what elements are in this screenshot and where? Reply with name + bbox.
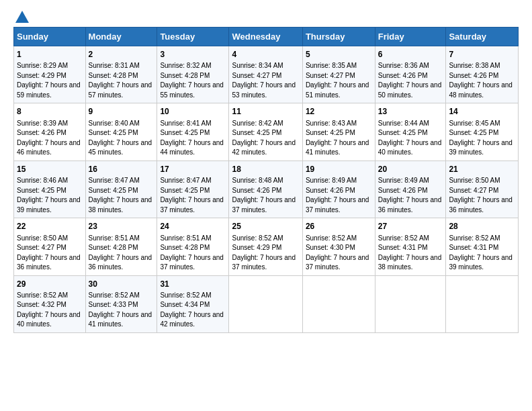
- day-number: 16: [89, 164, 154, 175]
- calendar-cell: 13Sunrise: 8:44 AMSunset: 4:25 PMDayligh…: [375, 103, 446, 161]
- sunrise-text: Sunrise: 8:52 AM: [378, 234, 429, 242]
- sunrise-text: Sunrise: 8:52 AM: [89, 291, 140, 299]
- daylight-text: Daylight: 7 hours and 39 minutes.: [449, 139, 513, 156]
- calendar-cell: 2Sunrise: 8:31 AMSunset: 4:28 PMDaylight…: [85, 46, 157, 103]
- calendar-cell: [446, 275, 519, 332]
- sunrise-text: Sunrise: 8:38 AM: [449, 62, 500, 69]
- day-number: 8: [17, 106, 83, 118]
- sunset-text: Sunset: 4:25 PM: [232, 129, 281, 136]
- page: SundayMondayTuesdayWednesdayThursdayFrid…: [0, 0, 532, 340]
- sunrise-text: Sunrise: 8:48 AM: [232, 177, 283, 184]
- calendar-cell: 16Sunrise: 8:47 AMSunset: 4:25 PMDayligh…: [85, 161, 157, 218]
- day-number: 27: [378, 221, 443, 232]
- column-header-wednesday: Wednesday: [229, 28, 302, 46]
- column-header-friday: Friday: [375, 28, 446, 46]
- sunset-text: Sunset: 4:34 PM: [160, 301, 210, 308]
- calendar-cell: 25Sunrise: 8:52 AMSunset: 4:29 PMDayligh…: [229, 218, 302, 275]
- sunset-text: Sunset: 4:28 PM: [89, 244, 138, 251]
- day-number: 4: [232, 49, 299, 60]
- calendar-cell: 7Sunrise: 8:38 AMSunset: 4:26 PMDaylight…: [446, 46, 519, 103]
- sunrise-text: Sunrise: 8:44 AM: [378, 120, 429, 127]
- daylight-text: Daylight: 7 hours and 37 minutes.: [232, 196, 296, 214]
- sunset-text: Sunset: 4:25 PM: [449, 129, 498, 136]
- daylight-text: Daylight: 7 hours and 37 minutes.: [232, 254, 296, 271]
- sunrise-text: Sunrise: 8:50 AM: [17, 234, 68, 242]
- calendar-cell: 14Sunrise: 8:45 AMSunset: 4:25 PMDayligh…: [446, 103, 519, 161]
- sunset-text: Sunset: 4:31 PM: [378, 244, 428, 251]
- calendar-cell: 27Sunrise: 8:52 AMSunset: 4:31 PMDayligh…: [375, 218, 446, 275]
- calendar-cell: 18Sunrise: 8:48 AMSunset: 4:26 PMDayligh…: [229, 161, 302, 218]
- daylight-text: Daylight: 7 hours and 40 minutes.: [378, 139, 442, 156]
- sunset-text: Sunset: 4:25 PM: [378, 129, 428, 136]
- column-header-monday: Monday: [85, 28, 157, 46]
- sunset-text: Sunset: 4:27 PM: [232, 72, 281, 79]
- sunrise-text: Sunrise: 8:50 AM: [449, 177, 500, 184]
- column-header-thursday: Thursday: [302, 28, 375, 46]
- sunrise-text: Sunrise: 8:35 AM: [306, 62, 357, 69]
- sunset-text: Sunset: 4:28 PM: [160, 72, 210, 79]
- sunset-text: Sunset: 4:26 PM: [232, 187, 281, 194]
- daylight-text: Daylight: 7 hours and 38 minutes.: [89, 196, 152, 214]
- sunset-text: Sunset: 4:32 PM: [17, 301, 66, 308]
- daylight-text: Daylight: 7 hours and 37 minutes.: [160, 196, 224, 214]
- sunrise-text: Sunrise: 8:43 AM: [306, 120, 357, 127]
- day-number: 15: [17, 164, 83, 175]
- calendar-cell: [375, 275, 446, 332]
- day-number: 24: [160, 221, 226, 232]
- day-number: 23: [89, 221, 154, 232]
- sunrise-text: Sunrise: 8:51 AM: [89, 234, 140, 242]
- daylight-text: Daylight: 7 hours and 57 minutes.: [89, 81, 152, 99]
- daylight-text: Daylight: 7 hours and 37 minutes.: [306, 196, 369, 214]
- calendar-cell: 23Sunrise: 8:51 AMSunset: 4:28 PMDayligh…: [85, 218, 157, 275]
- day-number: 10: [160, 106, 226, 118]
- sunrise-text: Sunrise: 8:29 AM: [17, 62, 68, 69]
- sunrise-text: Sunrise: 8:49 AM: [306, 177, 357, 184]
- calendar-cell: 28Sunrise: 8:52 AMSunset: 4:31 PMDayligh…: [446, 218, 519, 275]
- column-header-tuesday: Tuesday: [157, 28, 229, 46]
- sunset-text: Sunset: 4:25 PM: [17, 187, 66, 194]
- sunset-text: Sunset: 4:25 PM: [160, 129, 210, 136]
- sunset-text: Sunset: 4:25 PM: [160, 187, 210, 194]
- sunrise-text: Sunrise: 8:39 AM: [17, 120, 68, 127]
- calendar-cell: 30Sunrise: 8:52 AMSunset: 4:33 PMDayligh…: [85, 275, 157, 332]
- calendar-table: SundayMondayTuesdayWednesdayThursdayFrid…: [13, 27, 519, 333]
- daylight-text: Daylight: 7 hours and 51 minutes.: [306, 81, 369, 99]
- day-number: 21: [449, 164, 515, 175]
- calendar-cell: 12Sunrise: 8:43 AMSunset: 4:25 PMDayligh…: [302, 103, 375, 161]
- sunset-text: Sunset: 4:25 PM: [89, 187, 138, 194]
- daylight-text: Daylight: 7 hours and 37 minutes.: [160, 254, 224, 271]
- sunrise-text: Sunrise: 8:47 AM: [160, 177, 211, 184]
- day-number: 29: [17, 279, 83, 290]
- calendar-cell: 31Sunrise: 8:52 AMSunset: 4:34 PMDayligh…: [157, 275, 229, 332]
- header: [13, 11, 519, 24]
- daylight-text: Daylight: 7 hours and 41 minutes.: [306, 139, 369, 156]
- sunset-text: Sunset: 4:27 PM: [306, 72, 355, 79]
- sunrise-text: Sunrise: 8:31 AM: [89, 62, 140, 69]
- calendar-cell: 10Sunrise: 8:41 AMSunset: 4:25 PMDayligh…: [157, 103, 229, 161]
- calendar-week-row: 29Sunrise: 8:52 AMSunset: 4:32 PMDayligh…: [14, 275, 519, 332]
- calendar-cell: 5Sunrise: 8:35 AMSunset: 4:27 PMDaylight…: [302, 46, 375, 103]
- sunset-text: Sunset: 4:25 PM: [306, 129, 355, 136]
- calendar-cell: 20Sunrise: 8:49 AMSunset: 4:26 PMDayligh…: [375, 161, 446, 218]
- calendar-cell: [229, 275, 302, 332]
- daylight-text: Daylight: 7 hours and 59 minutes.: [17, 81, 81, 99]
- sunrise-text: Sunrise: 8:36 AM: [378, 62, 429, 69]
- daylight-text: Daylight: 7 hours and 37 minutes.: [306, 254, 369, 271]
- sunrise-text: Sunrise: 8:40 AM: [89, 120, 140, 127]
- sunset-text: Sunset: 4:29 PM: [17, 72, 66, 79]
- calendar-cell: 8Sunrise: 8:39 AMSunset: 4:26 PMDaylight…: [14, 103, 86, 161]
- logo-triangle-icon: [15, 11, 29, 23]
- day-number: 12: [306, 106, 372, 118]
- day-number: 3: [160, 49, 226, 60]
- calendar-cell: 1Sunrise: 8:29 AMSunset: 4:29 PMDaylight…: [14, 46, 86, 103]
- sunrise-text: Sunrise: 8:52 AM: [160, 291, 211, 299]
- sunrise-text: Sunrise: 8:52 AM: [232, 234, 283, 242]
- day-number: 11: [232, 106, 299, 118]
- daylight-text: Daylight: 7 hours and 41 minutes.: [89, 311, 152, 328]
- sunrise-text: Sunrise: 8:46 AM: [17, 177, 68, 184]
- sunrise-text: Sunrise: 8:52 AM: [449, 234, 500, 242]
- day-number: 13: [378, 106, 443, 118]
- sunset-text: Sunset: 4:26 PM: [378, 72, 428, 79]
- daylight-text: Daylight: 7 hours and 48 minutes.: [449, 81, 513, 99]
- calendar-cell: 3Sunrise: 8:32 AMSunset: 4:28 PMDaylight…: [157, 46, 229, 103]
